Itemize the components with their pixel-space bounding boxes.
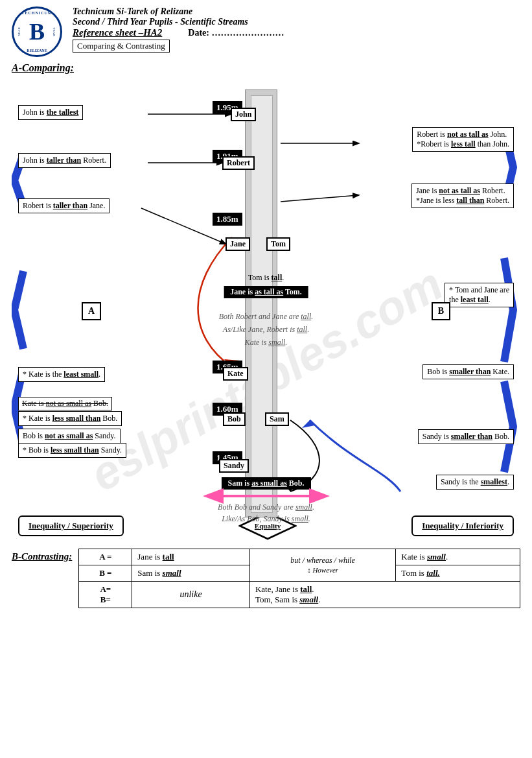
name-sam: Sam — [265, 412, 289, 426]
comparing-area: 1.95m 1.91m 1.85m 1.65m 1.60m 1.45m John… — [12, 77, 520, 543]
right-robert-not-tall: Robert is not as tall as John. *Robert i… — [412, 127, 514, 152]
contrast-row-a: A = Jane is tall but / whereas / while ↕… — [79, 549, 520, 565]
b-label: B — [432, 302, 450, 320]
right-bob-smaller: Bob is smaller than Kate. — [422, 364, 514, 379]
logo: TECHNICUM B RELIZANE YEAR YEAR — [12, 6, 64, 58]
name-kate: Kate — [223, 367, 248, 381]
topic-label: Comparing & Contrasting — [73, 40, 170, 53]
name-john: John — [231, 108, 256, 121]
header-text: Technicum Si-Tarek of Relizane Second / … — [73, 6, 520, 53]
contrast-label-a: A = — [79, 549, 132, 565]
comparing-title: A-Comparing: — [12, 62, 520, 74]
date-field: Date: …………………… — [188, 28, 284, 38]
left-john-tallest: John is the tallest — [18, 105, 83, 120]
contrast-kate-small: Kate is small. — [396, 549, 520, 565]
stmt-both-robert-jane: Both Robert and Jane are tall. — [219, 312, 314, 322]
name-robert: Robert — [222, 156, 255, 170]
right-sandy-smallest: Sandy is the smallest. — [436, 475, 514, 490]
svg-marker-8 — [302, 420, 315, 428]
ref-label: Reference sheet –HA2 — [73, 27, 162, 38]
ruler — [245, 89, 277, 517]
right-sandy-smaller: Sandy is smaller than Bob. — [418, 429, 514, 444]
contrast-sam-small: Sam is small — [132, 565, 250, 582]
a-label: A — [82, 302, 101, 320]
subtitle: Second / Third Year Pupils - Scientific … — [73, 17, 520, 27]
stmt-kate-small: Kate is small. — [245, 338, 288, 348]
contrast-label-ab: A=B= — [79, 582, 132, 608]
height-185: 1.85m — [213, 213, 242, 226]
contrast-table: A = Jane is tall but / whereas / while ↕… — [78, 549, 520, 608]
school-name: Technicum Si-Tarek of Relizane — [73, 6, 520, 17]
contrasting-section: B-Contrasting: A = Jane is tall but / wh… — [12, 549, 520, 608]
stmt-jane-as-tall: Jane is as tall as Tom. — [224, 286, 308, 298]
inequality-superiority: Inequality / Superiority — [18, 515, 124, 536]
name-bob: Bob — [223, 412, 246, 426]
right-tom-jane-least: * Tom and Jane arethe least tall. — [445, 283, 514, 307]
left-kate-not-small: Kate is not as small as Bob. — [18, 397, 112, 410]
header: TECHNICUM B RELIZANE YEAR YEAR Technicum… — [12, 6, 520, 58]
left-kate-less: * Kate is less small than Bob. — [18, 411, 122, 426]
contrast-jane-tall: Jane is tall — [132, 549, 250, 565]
right-jane-not-tall: Jane is not as tall as Robert. *Jane is … — [411, 184, 514, 208]
contrast-unlike-text: Kate, Jane is tall. Tom, Sam is small. — [249, 582, 520, 608]
name-sandy: Sandy — [219, 459, 249, 473]
page: eslprintables.com TECHNICUM B RELIZANE Y… — [0, 0, 532, 758]
pink-double-arrow — [202, 488, 331, 506]
svg-line-4 — [281, 195, 358, 202]
left-bob-not: Bob is not as small as Sandy. — [18, 429, 121, 444]
contrasting-title: B-Contrasting: — [12, 551, 72, 562]
inequality-inferiority: Inequality / Inferiority — [411, 515, 514, 536]
left-john-taller: John is taller than Robert. — [18, 153, 111, 168]
contrast-connector: but / whereas / while ↕ However — [249, 549, 395, 582]
left-bob-less: * Bob is less small than Sandy. — [18, 443, 126, 458]
stmt-likeas-bob: Like/As Bob, Sandy is small. — [222, 514, 310, 524]
ref-line: Reference sheet –HA2 Date: …………………… — [73, 27, 520, 38]
contrast-tom-tall: Tom is tall. — [396, 565, 520, 582]
contrast-unlike: unlike — [132, 582, 250, 608]
contrast-label-b: B = — [79, 565, 132, 582]
logo-b: B — [29, 18, 45, 45]
contrast-row-unlike: A=B= unlike Kate, Jane is tall. Tom, Sam… — [79, 582, 520, 608]
left-kate-least: * Kate is the least small. — [18, 367, 105, 382]
name-jane: Jane — [226, 237, 250, 251]
stmt-aslike-jane: As/Like Jane, Robert is tall. — [223, 325, 309, 335]
stmt-tom-tall: Tom is tall. — [248, 273, 284, 283]
left-robert-taller: Robert is taller than Jane. — [18, 198, 110, 213]
name-tom: Tom — [266, 237, 290, 251]
